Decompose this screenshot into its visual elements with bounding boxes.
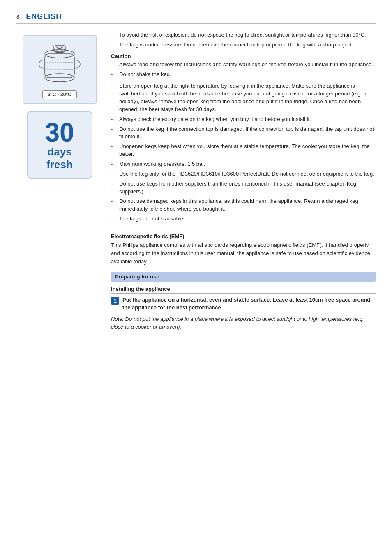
dash-icon: -: [111, 125, 118, 133]
days-fresh-text: days fresh: [46, 146, 73, 171]
dash-icon: -: [111, 31, 118, 39]
keg-bullet-7: - Do not use damaged kegs in this applia…: [111, 197, 376, 213]
dash-icon: -: [111, 170, 118, 178]
page-number: 8: [16, 14, 19, 20]
svg-rect-1: [45, 54, 74, 78]
keg-bullet-5: - Use the keg only for the HD3620/HD3610…: [111, 170, 376, 178]
installing-note: Note: Do not put the appliance in a plac…: [111, 315, 376, 331]
keg-bullet-0: - Store an open keg at the right tempera…: [111, 82, 376, 113]
dash-icon: -: [111, 160, 118, 168]
caution-label: Caution: [111, 53, 376, 59]
temp-badge: 3°C - 30°C: [42, 90, 77, 99]
days-fresh-box: 30 days fresh: [27, 111, 92, 179]
keg-instruction-bullets: - Store an open keg at the right tempera…: [111, 82, 376, 223]
warning-bullet-2: - The keg is under pressure. Do not remo…: [111, 41, 376, 49]
days-fresh-number: 30: [45, 119, 74, 146]
step-1-badge: 1: [111, 297, 119, 305]
warning-bullet-1: - To avoid the risk of explosion, do not…: [111, 31, 376, 39]
warning-bullets: - To avoid the risk of explosion, do not…: [111, 31, 376, 49]
dash-icon: -: [111, 82, 118, 90]
dash-icon: -: [111, 41, 118, 49]
dash-icon: -: [111, 116, 118, 123]
caution-bullet-2: - Do not shake the keg.: [111, 71, 376, 79]
keg-image-box: 3°C - 30°C: [23, 35, 97, 104]
caution-bullet-1: - Always read and follow the instruction…: [111, 61, 376, 69]
keg-bullet-6: - Do not use kegs from other suppliers t…: [111, 180, 376, 196]
right-column: - To avoid the risk of explosion, do not…: [107, 31, 376, 331]
keg-bullet-1: - Always check the expiry date on the ke…: [111, 116, 376, 123]
emf-heading: Electromagnetic fields (EMF): [111, 233, 376, 239]
left-column: 3°C - 30°C 30 days fresh: [16, 31, 107, 331]
dash-icon: -: [111, 215, 118, 223]
dash-icon: -: [111, 143, 118, 151]
page: 8 ENGLISH: [0, 0, 392, 348]
svg-point-5: [54, 49, 65, 53]
keg-bullet-8: - The kegs are not stackable.: [111, 215, 376, 223]
dash-icon: -: [111, 180, 118, 188]
dash-icon: -: [111, 197, 118, 205]
keg-bullet-2: - Do not use the keg if the connection t…: [111, 125, 376, 141]
page-title: ENGLISH: [26, 12, 62, 21]
preparing-header: Preparing for use: [111, 272, 376, 282]
divider-emf: [111, 229, 376, 229]
keg-bullet-4: - Maximum working pressure: 1.5 bar.: [111, 160, 376, 168]
keg-illustration: [37, 42, 82, 87]
main-content: 3°C - 30°C 30 days fresh - To avoid the …: [16, 31, 376, 331]
page-header: 8 ENGLISH: [16, 12, 376, 24]
caution-bullets: - Always read and follow the instruction…: [111, 61, 376, 79]
dash-icon: -: [111, 71, 118, 79]
dash-icon: -: [111, 61, 118, 69]
step-1-row: 1 Put the appliance on a horizontal, eve…: [111, 296, 376, 312]
keg-bullet-3: - Unopened kegs keep best when you store…: [111, 143, 376, 158]
emf-text: This Philips appliance complies with all…: [111, 241, 376, 266]
installing-heading: Installing the appliance: [111, 286, 376, 294]
step-1-text: Put the appliance on a horizontal, even …: [122, 296, 376, 312]
